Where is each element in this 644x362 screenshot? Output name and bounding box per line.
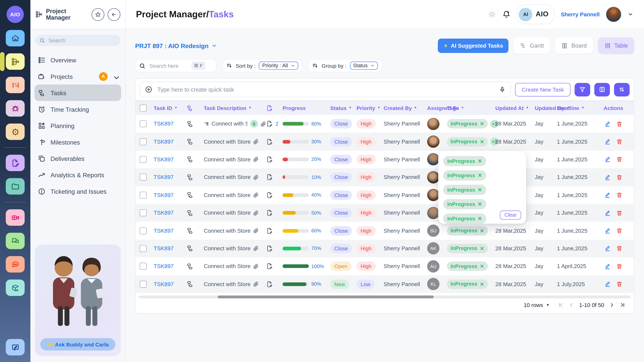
- rail-item-bugs[interactable]: [6, 100, 25, 116]
- paperclip-icon[interactable]: [260, 121, 266, 127]
- file-edit-icon[interactable]: [266, 156, 282, 163]
- sidebar-search-input[interactable]: [48, 37, 116, 44]
- task-id-link[interactable]: TSK897: [154, 210, 174, 216]
- status-badge[interactable]: Close: [330, 137, 352, 146]
- status-badge[interactable]: New: [330, 279, 349, 289]
- brand-pill[interactable]: AI AIO: [517, 4, 555, 24]
- edit-task-button[interactable]: [604, 245, 611, 252]
- table-row[interactable]: TSK897 Connect with Store 70% Close High…: [136, 240, 634, 257]
- rail-item-tasks[interactable]: [6, 53, 25, 70]
- assignee-avatar[interactable]: [427, 153, 440, 166]
- paperclip-icon[interactable]: [253, 264, 259, 269]
- assignee-avatar[interactable]: [427, 189, 440, 201]
- column-updated-by[interactable]: Updated By▼: [535, 105, 557, 111]
- table-row[interactable]: TSK897 Connect with Store 90% New Low Sh…: [136, 275, 634, 293]
- project-selector[interactable]: PRJT 897 : AIO Redesign: [135, 42, 217, 49]
- subtasks-icon[interactable]: [186, 138, 204, 145]
- popup-tag-pill[interactable]: InProgress✕: [443, 170, 486, 181]
- assignee-avatar[interactable]: [427, 207, 440, 219]
- tag-pill[interactable]: InProgress✕: [447, 244, 488, 253]
- first-page-button[interactable]: [558, 302, 564, 308]
- remove-tag-icon[interactable]: ✕: [478, 158, 482, 164]
- task-id-link[interactable]: TSK897: [154, 263, 174, 269]
- rail-item-feedback[interactable]: [6, 256, 25, 273]
- table-row[interactable]: TSK897 Connect with Store 30% Close High…: [136, 133, 634, 150]
- task-description[interactable]: Connect with Store: [204, 228, 250, 234]
- scrollbar-thumb[interactable]: [218, 296, 434, 298]
- delete-task-button[interactable]: [616, 227, 622, 234]
- remove-tag-icon[interactable]: ✕: [478, 172, 482, 178]
- tag-pill[interactable]: InProgress✕: [447, 119, 488, 128]
- edit-task-button[interactable]: [604, 192, 611, 198]
- clear-tags-button[interactable]: Clear: [500, 211, 521, 220]
- sidebar-item-deliverables[interactable]: Deliverables: [34, 150, 121, 167]
- delete-task-button[interactable]: [616, 281, 622, 287]
- prev-page-button[interactable]: [568, 302, 574, 308]
- remove-tag-icon[interactable]: ✕: [480, 245, 484, 252]
- column-priority[interactable]: Priority▼: [356, 105, 384, 111]
- sidebar-item-milestones[interactable]: Milestones: [34, 134, 121, 150]
- column-task-id[interactable]: Task ID▼: [154, 105, 186, 111]
- delete-task-button[interactable]: [616, 138, 622, 145]
- sidebar-item-planning[interactable]: Planning: [34, 117, 121, 134]
- rail-item-video-call[interactable]: [6, 209, 25, 226]
- view-gantt-button[interactable]: Gantt: [513, 37, 550, 54]
- status-badge[interactable]: Close: [330, 173, 352, 182]
- create-new-task-button[interactable]: Create New Task: [515, 83, 570, 96]
- table-row[interactable]: TSK897 Connect with Store 60% Close High…: [136, 222, 634, 240]
- rail-item-chat[interactable]: [6, 233, 25, 249]
- subtasks-icon[interactable]: [186, 263, 204, 270]
- row-checkbox[interactable]: [140, 156, 146, 163]
- paperclip-icon[interactable]: [253, 156, 259, 162]
- file-edit-icon[interactable]: [266, 192, 282, 198]
- popup-tag-pill[interactable]: InProgress✕: [443, 199, 486, 209]
- status-badge[interactable]: Close: [330, 244, 352, 253]
- task-description[interactable]: Connect with Store: [204, 174, 250, 180]
- paperclip-icon[interactable]: [253, 228, 259, 234]
- status-badge[interactable]: Close: [330, 226, 352, 235]
- assignee-avatar[interactable]: AU: [427, 260, 440, 273]
- delete-task-button[interactable]: [616, 210, 622, 216]
- theme-toggle-icon[interactable]: [488, 10, 496, 18]
- priority-badge[interactable]: High: [356, 262, 376, 271]
- column-tags[interactable]: Tags: [447, 105, 495, 111]
- table-search-input[interactable]: [149, 62, 188, 69]
- priority-badge[interactable]: High: [356, 226, 376, 235]
- sidebar-item-time-tracking[interactable]: Time Tracking: [34, 101, 121, 117]
- task-id-link[interactable]: TSK897: [154, 174, 174, 180]
- sort-by-select[interactable]: Priority : All: [259, 62, 298, 70]
- row-checkbox[interactable]: [140, 281, 146, 288]
- priority-badge[interactable]: High: [356, 155, 376, 164]
- task-id-link[interactable]: TSK897: [154, 281, 174, 287]
- sidebar-item-tasks[interactable]: Tasks: [34, 84, 121, 101]
- row-checkbox[interactable]: [140, 245, 146, 252]
- file-edit-icon[interactable]: [266, 138, 282, 145]
- filter-button[interactable]: [575, 83, 590, 96]
- assignee-avatar[interactable]: [427, 171, 440, 183]
- select-all-checkbox[interactable]: [140, 104, 146, 111]
- notifications-bell-icon[interactable]: [502, 10, 511, 18]
- assignee-avatar[interactable]: KL: [427, 278, 440, 290]
- column-status[interactable]: Status▼: [330, 105, 356, 111]
- table-row[interactable]: TSK897 Connect with Store 8 2 80% Close …: [136, 115, 634, 133]
- file-edit-icon[interactable]: 2: [266, 120, 282, 127]
- task-description[interactable]: Connect with Store: [204, 156, 250, 162]
- task-id-link[interactable]: TSK897: [154, 192, 174, 198]
- edit-task-button[interactable]: [604, 210, 611, 216]
- popup-tag-pill[interactable]: InProgress✕: [443, 185, 486, 195]
- rail-item-files[interactable]: [6, 178, 25, 195]
- table-row[interactable]: TSK897 Connect with Store 40% Close High…: [136, 186, 634, 204]
- row-checkbox[interactable]: [140, 138, 146, 145]
- columns-button[interactable]: [594, 83, 610, 96]
- priority-badge[interactable]: High: [356, 190, 376, 200]
- row-checkbox[interactable]: [140, 192, 146, 198]
- user-name[interactable]: Sherry Pannell: [561, 11, 600, 17]
- rail-item-documents[interactable]: [6, 155, 25, 171]
- edit-task-button[interactable]: [604, 281, 611, 287]
- column-task-description[interactable]: Task Description▼: [204, 105, 266, 111]
- paperclip-icon[interactable]: [253, 174, 259, 180]
- paperclip-icon[interactable]: [253, 139, 259, 145]
- sidebar-search[interactable]: [36, 35, 120, 46]
- delete-task-button[interactable]: [616, 245, 622, 252]
- assignee-avatar[interactable]: [427, 135, 440, 148]
